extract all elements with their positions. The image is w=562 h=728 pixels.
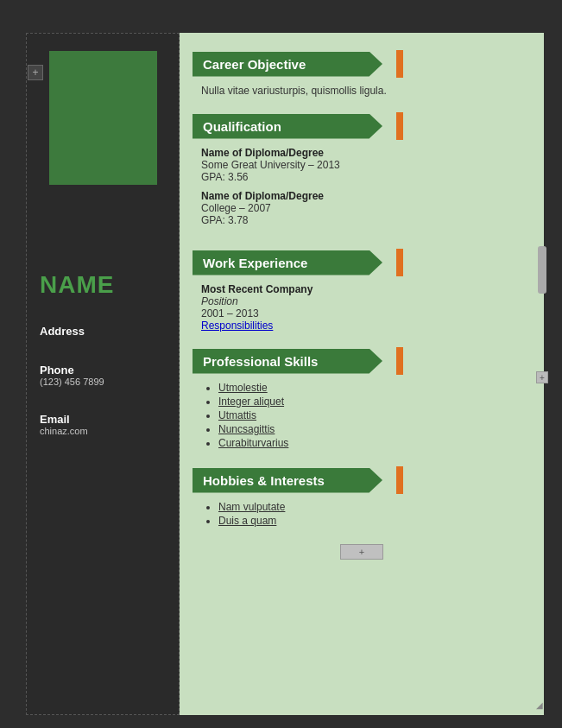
resize-handle[interactable]: ◢ [536, 700, 546, 711]
professional-skills-title: Professional Skills [193, 349, 382, 374]
career-objective-text: Nulla vitae variusturpis, quismollis lig… [201, 85, 531, 97]
sidebar: NAME Address Phone (123) 456 7899 Email … [26, 33, 180, 715]
scrollbar-add-button[interactable]: + [536, 371, 548, 383]
skill-item-4: Nuncsagittis [218, 423, 531, 435]
gpa-1: GPA: 3.56 [201, 171, 531, 183]
professional-skills-header: Professional Skills [193, 347, 531, 375]
phone-value: (123) 456 7899 [40, 377, 170, 387]
qualification-entry-2: Name of Diploma/Degree College – 2007 GP… [201, 190, 531, 226]
hobby-item-1: Nam vulputate [218, 501, 531, 513]
qualification-arrow [381, 112, 395, 140]
email-label: Email [40, 413, 170, 426]
hobbies-list: Nam vulputate Duis a quam [201, 501, 531, 527]
hobby-item-2: Duis a quam [218, 515, 531, 527]
add-button-top[interactable]: + [28, 65, 43, 80]
skill-item-1: Utmolestie [218, 382, 531, 394]
work-experience-arrow [381, 249, 395, 276]
gpa-2: GPA: 3.78 [201, 214, 531, 226]
university-1: Some Great University – 2013 [201, 159, 531, 171]
professional-skills-arrow [381, 347, 395, 375]
hobbies-arrow [381, 466, 395, 494]
qualification-header: Qualification [193, 112, 531, 140]
hobbies-header: Hobbies & Interests [193, 466, 531, 494]
qualification-bar [396, 112, 403, 140]
degree-2: Name of Diploma/Degree [201, 190, 531, 202]
photo-box [49, 51, 157, 185]
work-experience-bar [396, 249, 403, 276]
career-objective-bar [396, 50, 403, 78]
skill-item-5: Curabiturvarius [218, 437, 531, 449]
career-objective-arrow [381, 50, 395, 78]
hobbies-content: Nam vulputate Duis a quam [193, 501, 531, 535]
work-company: Most Recent Company [201, 283, 531, 295]
scrollbar-plus-icon: + [540, 373, 545, 383]
plus-icon-bottom: + [359, 547, 364, 557]
professional-skills-content: Utmolestie Integer aliquet Utmattis Nunc… [193, 382, 531, 458]
work-experience-header: Work Experience [193, 249, 531, 276]
scrollbar[interactable] [538, 246, 546, 294]
work-years: 2001 – 2013 [201, 307, 531, 320]
career-objective-content: Nulla vitae variusturpis, quismollis lig… [193, 85, 531, 104]
degree-1: Name of Diploma/Degree [201, 147, 531, 159]
university-2: College – 2007 [201, 202, 531, 214]
plus-icon-top: + [32, 66, 38, 79]
hobbies-title: Hobbies & Interests [193, 468, 382, 493]
career-objective-header: Career Objective [193, 50, 531, 78]
main-content: Career Objective Nulla vitae variusturpi… [180, 33, 544, 715]
career-objective-title: Career Objective [193, 52, 382, 77]
skill-item-2: Integer aliquet [218, 396, 531, 408]
hobbies-bar [396, 466, 403, 494]
add-button-bottom[interactable]: + [340, 544, 383, 560]
work-position: Position [201, 295, 531, 307]
skill-item-3: Utmattis [218, 409, 531, 421]
qualification-entry-1: Name of Diploma/Degree Some Great Univer… [201, 147, 531, 183]
name-display: NAME [40, 271, 170, 299]
work-responsibilities-link[interactable]: Responsibilities [201, 320, 531, 332]
qualification-content: Name of Diploma/Degree Some Great Univer… [193, 147, 531, 240]
work-experience-title: Work Experience [193, 250, 382, 275]
skills-list: Utmolestie Integer aliquet Utmattis Nunc… [201, 382, 531, 449]
address-label: Address [40, 325, 170, 338]
professional-skills-bar [396, 347, 403, 375]
qualification-title: Qualification [193, 114, 382, 139]
work-experience-content: Most Recent Company Position 2001 – 2013… [193, 283, 531, 339]
phone-label: Phone [40, 364, 170, 377]
email-value: chinaz.com [40, 426, 170, 436]
